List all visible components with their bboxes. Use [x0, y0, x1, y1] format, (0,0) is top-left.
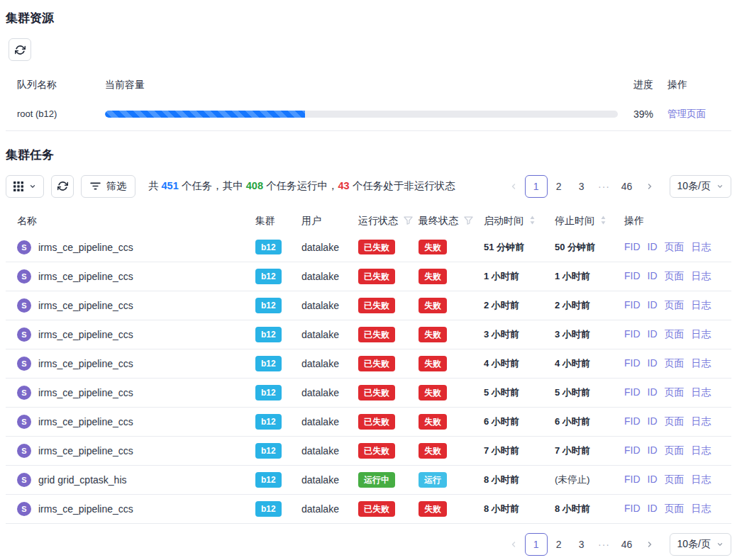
avatar: S — [17, 473, 31, 487]
filter-funnel-icon[interactable] — [404, 215, 413, 227]
action-link-id[interactable]: ID — [648, 270, 658, 283]
user-cell: datalake — [301, 408, 358, 437]
action-link-page[interactable]: 页面 — [665, 503, 685, 515]
pagination-next-icon[interactable] — [638, 175, 661, 198]
action-link-id[interactable]: ID — [648, 386, 658, 399]
action-link-id[interactable]: ID — [648, 241, 658, 254]
action-link-id[interactable]: ID — [648, 299, 658, 312]
action-link-log[interactable]: 日志 — [692, 241, 711, 254]
stop-time: 8 小时前 — [555, 503, 590, 514]
filter-funnel-icon[interactable] — [464, 215, 473, 227]
action-link-fid[interactable]: FID — [624, 299, 641, 312]
action-link-fid[interactable]: FID — [624, 444, 641, 457]
stop-time-cell: 3 小时前 — [555, 320, 624, 349]
col-3: 用户 — [301, 209, 358, 233]
header-label: 停止时间 — [555, 215, 594, 228]
header-label: 集群 — [255, 215, 275, 228]
stop-time: 6 小时前 — [555, 416, 590, 427]
action-link-fid[interactable]: FID — [624, 503, 641, 515]
pagination-bottom: 123···4610条/页 — [502, 533, 731, 556]
pagination-page-1[interactable]: 1 — [525, 175, 548, 198]
action-link-log[interactable]: 日志 — [692, 474, 711, 486]
start-time-cell: 1 小时前 — [484, 262, 555, 291]
action-link-fid[interactable]: FID — [624, 415, 641, 428]
task-name: irms_ce_pipeline_ccs — [38, 329, 133, 340]
start-time: 51 分钟前 — [484, 242, 524, 252]
pagination-page-46[interactable]: 46 — [616, 533, 638, 556]
action-link-log[interactable]: 日志 — [692, 270, 711, 283]
pagination-next-icon[interactable] — [638, 533, 661, 556]
user-cell: datalake — [301, 349, 358, 379]
action-link-page[interactable]: 页面 — [665, 328, 685, 341]
action-link-id[interactable]: ID — [648, 474, 658, 486]
action-link-log[interactable]: 日志 — [692, 503, 711, 515]
action-link-page[interactable]: 页面 — [665, 415, 685, 428]
queue-name: root (b12) — [6, 98, 105, 130]
action-link-page[interactable]: 页面 — [665, 241, 685, 254]
layout-dropdown-button[interactable] — [6, 175, 44, 198]
actions-cell: FIDID页面日志 — [624, 437, 731, 466]
sort-icon[interactable] — [600, 215, 606, 227]
resources-header-row: 队列名称 当前容量 进度 操作 — [6, 72, 731, 98]
pagination-page-1[interactable]: 1 — [525, 533, 548, 556]
col-8: 操作 — [624, 209, 731, 233]
action-link-page[interactable]: 页面 — [665, 270, 685, 283]
action-link-log[interactable]: 日志 — [692, 328, 711, 341]
action-link-log[interactable]: 日志 — [692, 357, 711, 370]
run-status-badge: 已失败 — [358, 414, 395, 429]
action-link-id[interactable]: ID — [648, 444, 658, 457]
task-name-wrap: Sirms_ce_pipeline_ccs — [17, 240, 255, 254]
nonrunning-count: 43 — [338, 180, 350, 191]
action-link-page[interactable]: 页面 — [665, 474, 685, 486]
filter-lines-icon — [90, 181, 101, 191]
action-link-fid[interactable]: FID — [624, 474, 641, 486]
action-link-log[interactable]: 日志 — [692, 386, 711, 399]
action-link-log[interactable]: 日志 — [692, 415, 711, 428]
pagination-prev-icon[interactable] — [502, 175, 525, 198]
action-link-id[interactable]: ID — [648, 328, 658, 341]
start-time: 6 小时前 — [484, 416, 519, 427]
action-link-fid[interactable]: FID — [624, 328, 641, 341]
page-size-select[interactable]: 10条/页 — [670, 175, 731, 198]
filter-button[interactable]: 筛选 — [81, 175, 135, 198]
action-link-fid[interactable]: FID — [624, 241, 641, 254]
pagination-ellipsis[interactable]: ··· — [593, 175, 616, 198]
stop-time: 7 小时前 — [555, 445, 590, 456]
action-links: FIDID页面日志 — [624, 299, 731, 312]
pagination-page-46[interactable]: 46 — [616, 175, 638, 198]
action-link-page[interactable]: 页面 — [665, 386, 685, 399]
action-link-log[interactable]: 日志 — [692, 299, 711, 312]
sort-icon[interactable] — [529, 215, 536, 227]
avatar: S — [17, 444, 31, 458]
action-link-id[interactable]: ID — [648, 415, 658, 428]
pagination-ellipsis[interactable]: ··· — [593, 533, 616, 556]
tasks-refresh-button[interactable] — [51, 175, 74, 198]
action-links: FIDID页面日志 — [624, 503, 731, 515]
pagination-page-3[interactable]: 3 — [570, 533, 593, 556]
stop-time-cell: 7 小时前 — [555, 437, 624, 466]
action-link-id[interactable]: ID — [648, 357, 658, 370]
action-link-id[interactable]: ID — [648, 503, 658, 515]
page: 集群资源 队列名称 当前容量 进度 操作 root (b12) — [0, 0, 737, 560]
stop-time-cell: 8 小时前 — [555, 495, 624, 524]
pagination-prev-icon[interactable] — [502, 533, 525, 556]
action-link-fid[interactable]: FID — [624, 386, 641, 399]
action-link-page[interactable]: 页面 — [665, 299, 685, 312]
action-link-log[interactable]: 日志 — [692, 444, 711, 457]
pagination-page-2[interactable]: 2 — [548, 533, 570, 556]
action-link-page[interactable]: 页面 — [665, 444, 685, 457]
final-status-badge: 失败 — [419, 327, 447, 342]
action-link-page[interactable]: 页面 — [665, 357, 685, 370]
task-name-wrap: Sirms_ce_pipeline_ccs — [17, 357, 255, 371]
resources-refresh-button[interactable] — [9, 38, 31, 61]
action-links: FIDID页面日志 — [624, 474, 731, 486]
pagination-page-2[interactable]: 2 — [548, 175, 570, 198]
avatar: S — [17, 386, 31, 400]
page-size-select[interactable]: 10条/页 — [670, 533, 731, 556]
manage-page-link[interactable]: 管理页面 — [667, 108, 706, 119]
action-link-fid[interactable]: FID — [624, 357, 641, 370]
action-link-fid[interactable]: FID — [624, 270, 641, 283]
cluster-badge: b12 — [255, 443, 282, 458]
final-status-cell: 失败 — [419, 262, 484, 291]
pagination-page-3[interactable]: 3 — [570, 175, 593, 198]
